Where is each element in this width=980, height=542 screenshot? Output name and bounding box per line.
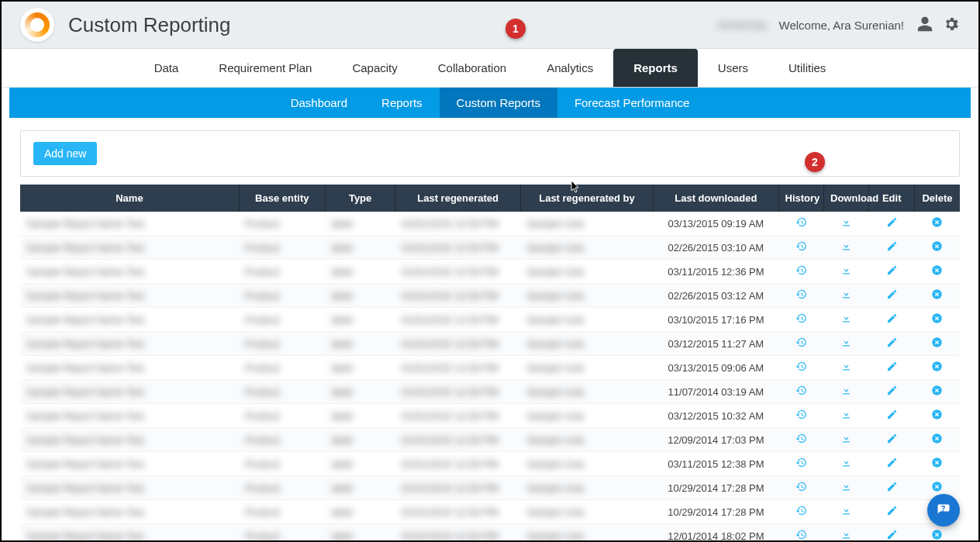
subnav-forecast-performance[interactable]: Forecast Performance [557, 88, 706, 118]
download-icon[interactable] [840, 361, 852, 372]
delete-icon[interactable] [931, 409, 943, 420]
cell-type: table [325, 332, 395, 356]
download-icon[interactable] [840, 264, 852, 276]
download-icon[interactable] [840, 337, 852, 348]
col-last-regenerated[interactable]: Last regenerated [395, 185, 520, 212]
cell-type: table [325, 380, 395, 404]
delete-icon[interactable] [931, 529, 943, 540]
nav-data[interactable]: Data [134, 49, 199, 87]
col-last-downloaded[interactable]: Last downloaded [654, 185, 778, 212]
edit-icon[interactable] [886, 409, 898, 420]
history-icon[interactable] [795, 264, 807, 276]
edit-icon[interactable] [886, 312, 898, 324]
cell-base-entity: Product [239, 260, 325, 284]
history-icon[interactable] [795, 457, 807, 468]
download-icon[interactable] [840, 216, 852, 228]
edit-icon[interactable] [886, 337, 898, 348]
col-download[interactable]: Download [824, 185, 869, 212]
nav-collaboration[interactable]: Collaboration [418, 49, 526, 87]
edit-icon[interactable] [886, 288, 898, 300]
history-icon[interactable] [795, 361, 807, 372]
cell-name: Sample Report Name Text [20, 380, 239, 404]
history-icon[interactable] [795, 216, 807, 228]
subnav-custom-reports[interactable]: Custom Reports [440, 88, 557, 118]
delete-icon[interactable] [931, 433, 943, 444]
col-base-entity[interactable]: Base entity [239, 185, 325, 212]
download-icon[interactable] [840, 433, 852, 444]
delete-icon[interactable] [931, 481, 943, 492]
download-icon[interactable] [840, 505, 852, 516]
download-icon[interactable] [840, 385, 852, 396]
edit-icon[interactable] [886, 385, 898, 396]
edit-icon[interactable] [886, 361, 898, 372]
cell-last-regenerated: 01/01/2015 12:00 PM [395, 284, 520, 308]
col-name[interactable]: Name [20, 185, 239, 212]
cell-base-entity: Product [239, 332, 325, 356]
delete-icon[interactable] [931, 288, 943, 300]
edit-icon[interactable] [886, 433, 898, 444]
edit-icon[interactable] [886, 457, 898, 468]
col-type[interactable]: Type [325, 185, 395, 212]
edit-icon[interactable] [886, 216, 898, 228]
history-icon[interactable] [795, 337, 807, 348]
nav-requirement-plan[interactable]: Requirement Plan [198, 49, 332, 87]
cell-name: Sample Report Name Text [20, 284, 239, 308]
cell-last-downloaded: 03/10/2015 17:16 PM [654, 308, 778, 332]
edit-icon[interactable] [886, 505, 898, 516]
col-delete[interactable]: Delete [914, 185, 960, 212]
nav-analytics[interactable]: Analytics [526, 49, 613, 87]
nav-capacity[interactable]: Capacity [332, 49, 417, 87]
history-icon[interactable] [795, 433, 807, 444]
history-icon[interactable] [795, 481, 807, 492]
history-icon[interactable] [795, 505, 807, 516]
edit-icon[interactable] [886, 240, 898, 252]
history-icon[interactable] [795, 529, 807, 540]
delete-icon[interactable] [931, 385, 943, 396]
download-icon[interactable] [840, 457, 852, 468]
delete-icon[interactable] [931, 264, 943, 276]
delete-icon[interactable] [931, 216, 943, 228]
cell-type: table [325, 308, 395, 332]
delete-icon[interactable] [931, 337, 943, 348]
edit-icon[interactable] [886, 481, 898, 492]
cell-name: Sample Report Name Text [20, 308, 239, 332]
history-icon[interactable] [795, 288, 807, 300]
history-icon[interactable] [795, 312, 807, 324]
top-bar: Custom Reporting Acmecorp Welcome, Ara S… [2, 2, 978, 49]
cell-last-regenerated: 01/01/2015 12:00 PM [395, 380, 520, 404]
nav-reports[interactable]: Reports [613, 49, 698, 87]
download-icon[interactable] [840, 240, 852, 252]
delete-icon[interactable] [931, 312, 943, 324]
history-icon[interactable] [795, 240, 807, 252]
subnav-reports[interactable]: Reports [364, 88, 440, 118]
col-last-regenerated-by[interactable]: Last regenerated by [520, 185, 653, 212]
cell-type: table [325, 356, 395, 380]
download-icon[interactable] [840, 312, 852, 324]
edit-icon[interactable] [886, 529, 898, 540]
nav-users[interactable]: Users [698, 49, 768, 87]
cell-base-entity: Product [239, 428, 325, 452]
col-history[interactable]: History [778, 185, 823, 212]
cell-last-regenerated: 01/01/2015 12:00 PM [395, 500, 520, 524]
add-new-button[interactable]: Add new [33, 142, 97, 165]
delete-icon[interactable] [931, 240, 943, 252]
download-icon[interactable] [840, 409, 852, 420]
history-icon[interactable] [795, 409, 807, 420]
cell-last-regenerated-by: Sample User [520, 332, 653, 356]
table-row: Sample Report Name TextProducttable01/01… [20, 380, 960, 404]
gear-icon[interactable] [943, 16, 960, 35]
nav-utilities[interactable]: Utilities [768, 49, 846, 87]
delete-icon[interactable] [931, 457, 943, 468]
cell-last-regenerated-by: Sample User [520, 236, 653, 260]
edit-icon[interactable] [886, 264, 898, 276]
download-icon[interactable] [840, 288, 852, 300]
cell-last-downloaded: 03/13/2015 09:06 AM [654, 356, 778, 380]
download-icon[interactable] [840, 481, 852, 492]
subnav-dashboard[interactable]: Dashboard [274, 88, 364, 118]
table-row: Sample Report Name TextProducttable01/01… [20, 428, 960, 452]
download-icon[interactable] [840, 529, 852, 540]
user-icon[interactable] [916, 16, 933, 35]
history-icon[interactable] [795, 385, 807, 396]
help-button[interactable] [927, 494, 960, 526]
delete-icon[interactable] [931, 361, 943, 372]
